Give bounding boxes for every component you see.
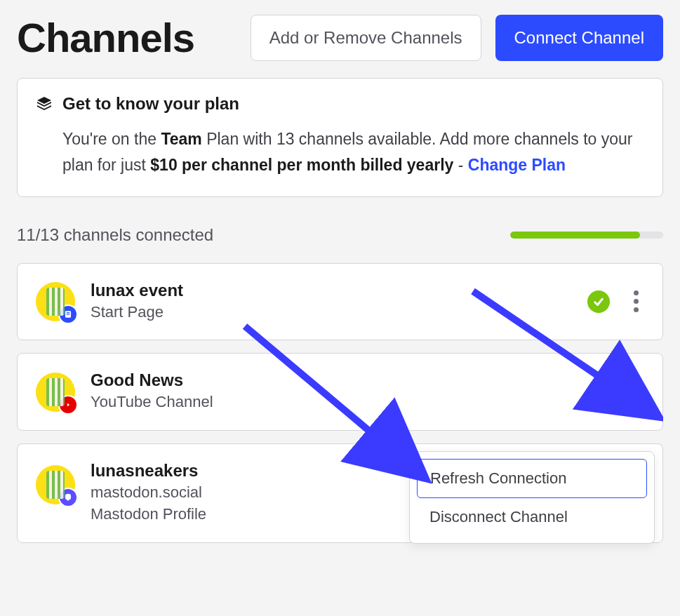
plan-info-body: You're on the Team Plan with 13 channels… [62, 126, 644, 178]
connection-status-row: 11/13 channels connected [17, 225, 663, 245]
plan-body-pre: You're on the [62, 130, 161, 148]
svg-rect-2 [67, 314, 70, 314]
page-title: Channels [17, 14, 236, 61]
channel-row[interactable]: Good News YouTube Channel [17, 353, 663, 431]
channel-info: Good News YouTube Channel [91, 370, 572, 413]
connect-channel-button[interactable]: Connect Channel [495, 15, 663, 61]
plan-name-bold: Team [161, 130, 201, 148]
connected-check-icon [587, 290, 610, 313]
channel-subtitle: Start Page [91, 302, 572, 323]
channel-menu-button[interactable] [628, 286, 644, 316]
channel-menu-button[interactable] [628, 377, 644, 407]
plan-body-mid2: - [453, 156, 467, 174]
start-page-icon [58, 304, 78, 324]
add-remove-channels-button[interactable]: Add or Remove Channels [251, 15, 481, 61]
channel-subtitle: YouTube Channel [91, 391, 572, 413]
channel-row[interactable]: lunax event Start Page [17, 263, 663, 341]
refresh-connection-item[interactable]: Refresh Connection [417, 459, 647, 498]
svg-rect-1 [67, 312, 70, 313]
plan-info-card: Get to know your plan You're on the Team… [17, 78, 663, 197]
plan-price-bold: $10 per channel per month billed yearly [150, 156, 453, 174]
mastodon-icon [58, 488, 78, 507]
channel-avatar [36, 282, 75, 321]
connection-count-text: 11/13 channels connected [17, 225, 510, 245]
youtube-icon [58, 395, 78, 415]
channel-actions-dropdown: Refresh Connection Disconnect Channel [409, 451, 655, 544]
channel-avatar [36, 465, 75, 504]
channel-info: lunax event Start Page [91, 281, 572, 323]
connected-check-icon [587, 381, 610, 403]
channel-name: lunax event [91, 281, 572, 300]
channel-list: lunax event Start Page Good News YouTube… [17, 263, 663, 543]
channel-avatar [36, 373, 75, 412]
layers-icon [36, 95, 53, 112]
disconnect-channel-item[interactable]: Disconnect Channel [417, 498, 647, 536]
page-header: Channels Add or Remove Channels Connect … [17, 14, 663, 61]
channel-name: Good News [91, 370, 572, 390]
connection-progress-fill [510, 232, 640, 239]
plan-info-title: Get to know your plan [62, 94, 239, 114]
connection-progress-bar [510, 232, 663, 239]
change-plan-link[interactable]: Change Plan [468, 156, 566, 174]
